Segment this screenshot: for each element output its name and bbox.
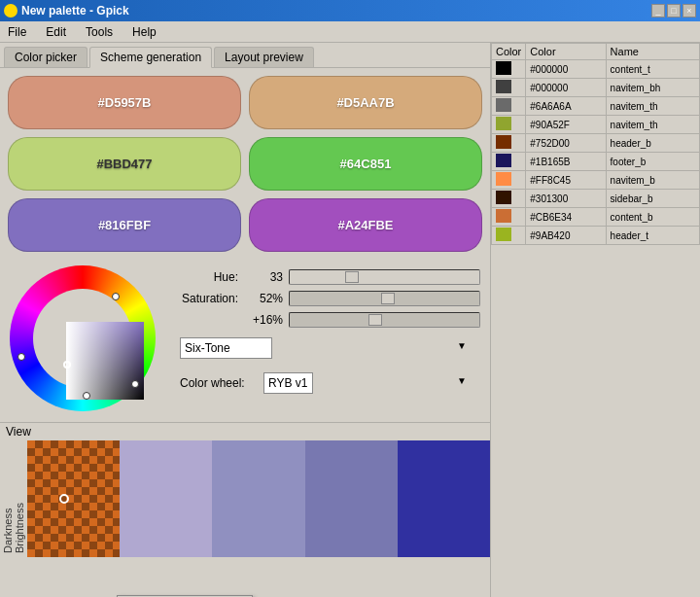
saturation-value: 52% — [244, 292, 283, 305]
menu-file[interactable]: File — [4, 24, 30, 40]
close-button[interactable]: × — [682, 4, 696, 18]
color-dot-cell — [492, 227, 526, 245]
wheel-dropdown-wrapper: RYB v1 RGB RYB v2 ▼ — [263, 372, 471, 394]
titlebar-controls[interactable]: _ □ × — [651, 4, 696, 18]
hue-thumb[interactable] — [345, 271, 359, 283]
view-indicator — [59, 494, 69, 504]
color-dot-cell — [492, 190, 526, 208]
swatch-5[interactable]: #A24FBE — [249, 198, 482, 252]
scheme-dropdown[interactable]: Six-Tone Complementary Triadic Analogous — [180, 337, 272, 359]
table-row[interactable]: #752D00 header_b — [492, 134, 700, 153]
swatch-1[interactable]: #D5AA7B — [249, 76, 482, 129]
menu-edit[interactable]: Edit — [42, 24, 70, 40]
color-name-cell: navitem_bh — [606, 79, 699, 97]
col-header-color-dot[interactable]: Color — [492, 44, 526, 60]
wheel-dropdown-arrow: ▼ — [457, 375, 467, 386]
tab-bar: Color picker Scheme generation Layout pr… — [0, 43, 490, 68]
swatch-3[interactable]: #64C851 — [249, 137, 482, 191]
minimize-button[interactable]: _ — [651, 4, 665, 18]
table-row[interactable]: #6A6A6A navitem_th — [492, 97, 700, 116]
view-swatch-0[interactable] — [27, 440, 120, 557]
hue-row: Hue: 33 — [170, 269, 480, 285]
brightness-label: Brightness — [14, 444, 25, 553]
titlebar-title-area: New palette - Gpick — [4, 4, 129, 18]
darkness-label: Darkness — [2, 444, 14, 553]
brightness-row: +16% — [170, 312, 480, 328]
color-wheel[interactable] — [10, 265, 156, 411]
scheme-dropdown-row: Six-Tone Complementary Triadic Analogous… — [180, 337, 471, 359]
menu-tools[interactable]: Tools — [82, 24, 117, 40]
hue-slider[interactable] — [289, 269, 480, 285]
swatch-2[interactable]: #BBD477 — [8, 137, 241, 191]
controls-area: Hue: 33 Saturation: 52% + — [0, 260, 490, 422]
color-name-cell: navitem_th — [606, 97, 699, 116]
color-dot — [496, 172, 511, 186]
left-panel: Color picker Scheme generation Layout pr… — [0, 43, 491, 597]
color-dot — [496, 154, 511, 167]
table-row[interactable]: #301300 sidebar_b — [492, 190, 700, 208]
brightness-slider[interactable] — [289, 312, 480, 328]
color-dot-cell — [492, 134, 526, 153]
saturation-slider[interactable] — [289, 291, 480, 306]
saturation-thumb[interactable] — [381, 293, 395, 304]
view-sidebar-labels: Darkness Brightness — [0, 440, 27, 557]
wheel-dot-2 — [131, 380, 139, 388]
color-name-cell: content_t — [606, 60, 699, 79]
color-name-cell: navitem_th — [606, 116, 699, 134]
wheel-dropdown[interactable]: RYB v1 RGB RYB v2 — [263, 372, 313, 394]
color-name-cell: content_b — [606, 208, 699, 227]
color-dot — [496, 228, 511, 241]
color-dot — [496, 80, 511, 93]
view-swatch-1[interactable] — [120, 440, 212, 557]
color-dot-cell — [492, 171, 526, 190]
col-header-name[interactable]: Name — [606, 44, 699, 60]
table-row[interactable]: #CB6E34 content_b — [492, 208, 700, 227]
color-wheel-container[interactable] — [10, 265, 160, 416]
color-table-scroll[interactable]: Color Color Name #000000 content_t #0000… — [491, 43, 700, 597]
table-row[interactable]: #000000 navitem_bh — [492, 79, 700, 97]
tab-scheme-generation[interactable]: Scheme generation — [89, 47, 212, 68]
color-table: Color Color Name #000000 content_t #0000… — [491, 43, 700, 245]
color-name-cell: footer_b — [606, 153, 699, 171]
color-dot-cell — [492, 79, 526, 97]
table-row[interactable]: #1B165B footer_b — [492, 153, 700, 171]
right-panel: Color Color Name #000000 content_t #0000… — [491, 43, 700, 597]
maximize-button[interactable]: □ — [667, 4, 681, 18]
tab-color-picker[interactable]: Color picker — [4, 47, 88, 67]
table-row[interactable]: #9AB420 header_t — [492, 227, 700, 245]
color-dot-cell — [492, 97, 526, 116]
table-row[interactable]: #000000 content_t — [492, 60, 700, 79]
table-row[interactable]: #FF8C45 navitem_b — [492, 171, 700, 190]
square-indicator — [63, 361, 71, 369]
brightness-thumb[interactable] — [368, 314, 382, 326]
saturation-row: Saturation: 52% — [170, 291, 480, 306]
menubar: File Edit Tools Help — [0, 21, 700, 43]
view-swatch-2[interactable] — [212, 440, 304, 557]
color-hex-cell: #90A52F — [526, 116, 606, 134]
color-square[interactable] — [66, 322, 144, 400]
app-icon — [4, 4, 18, 18]
color-hex-cell: #6A6A6A — [526, 97, 606, 116]
hue-label: Hue: — [170, 270, 238, 284]
col-header-color-hex[interactable]: Color — [526, 44, 606, 60]
menu-help[interactable]: Help — [128, 24, 160, 40]
swatch-0[interactable]: #D5957B — [8, 76, 241, 129]
view-swatch-4[interactable] — [398, 440, 490, 557]
wheel-dot-1 — [112, 293, 120, 300]
color-dot-cell — [492, 60, 526, 79]
titlebar: New palette - Gpick _ □ × — [0, 0, 700, 21]
color-hex-cell: #752D00 — [526, 134, 606, 153]
view-label: View — [0, 423, 490, 440]
swatch-4[interactable]: #816FBF — [8, 198, 241, 252]
color-hex-cell: #000000 — [526, 60, 606, 79]
color-name-cell: header_t — [606, 227, 699, 245]
wheel-dot-3 — [18, 353, 25, 361]
view-area: View Darkness Brightness — [0, 422, 490, 557]
table-row[interactable]: #90A52F navitem_th — [492, 116, 700, 134]
color-name-cell: navitem_b — [606, 171, 699, 190]
hue-value: 33 — [244, 270, 283, 284]
view-swatch-3[interactable] — [305, 440, 398, 557]
tab-layout-preview[interactable]: Layout preview — [214, 47, 314, 67]
saturation-label: Saturation: — [170, 292, 238, 305]
sliders-area: Hue: 33 Saturation: 52% + — [170, 265, 480, 416]
